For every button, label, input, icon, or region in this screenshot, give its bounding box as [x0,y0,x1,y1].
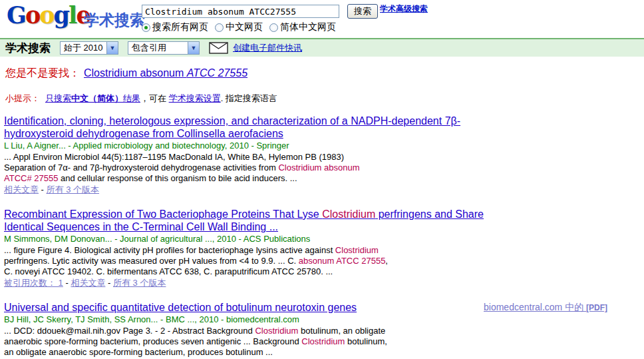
highlighted-term: Clostridium [322,208,375,220]
email-envelope-icon [209,42,228,54]
citation-filter-value: 包含引用 [128,42,170,54]
create-email-alert-link[interactable]: 创建电子邮件快讯 [233,42,302,54]
logo-letter: o [39,1,53,29]
text-segment: anaerobic spore-forming bacterium, produ… [4,336,301,346]
logo-letter: g [54,1,69,29]
citation-filter-dropdown[interactable]: 包含引用 ▼ [128,41,200,55]
result-authors: L Liu, A Aigner... - Applied microbiolog… [4,141,500,151]
logo-letter: o [25,1,39,29]
search-result: Recombinant Expression of Two Bacterioph… [4,208,500,288]
highlighted-term: Clostridium [255,326,298,336]
scholar-logo-text: 学术搜索 [84,10,145,31]
chevron-down-icon[interactable]: ▼ [188,42,199,54]
text-segment: hydroxysteroid dehydrogenase from Collin… [4,128,283,139]
tip-mid-text: ，可在 [140,93,169,103]
text-segment: ... DCD: ddouek@mail.nih.gov Page 3. - 2… [4,326,255,336]
result-snippet: ... DCD: ddouek@mail.nih.gov Page 3. - 2… [4,326,500,358]
suggestion-text: Clostridium absonum [84,67,187,79]
result-footer-link[interactable]: 相关文章 [4,184,39,194]
radio-chinese-pages[interactable]: 中文网页 [215,21,263,33]
tip-post-text: . 指定搜索语言 [221,93,277,103]
scholar-settings-link[interactable]: 学术搜索设置 [169,93,221,103]
pdf-badge: [PDF] [586,303,607,312]
text-segment: ... figure Figure 4. Biological activity… [4,245,335,255]
radio-icon[interactable] [269,23,278,32]
radio-simplified-chinese-pages[interactable]: 简体中文网页 [269,21,336,33]
highlighted-term: Clostridium absonum [278,163,359,173]
did-you-mean-label: 您是不是要找： [5,67,80,79]
text-segment: perfringens and Share [375,208,484,220]
search-input[interactable] [142,5,339,18]
search-scope-radios: 搜索所有网页 中文网页 简体中文网页 [142,21,343,33]
text-segment: an obligate anaerobic spore-forming bact… [4,347,273,357]
result-authors: BJ Hill, JC Skerry, TJ Smith, SS Arnon..… [4,314,500,325]
tip-label: 小提示： [5,93,40,103]
radio-all-pages[interactable]: 搜索所有网页 [142,21,208,33]
header: Google 学术搜索 搜索 学术高级搜索 搜索所有网页 中文网页 简体中文网页 [0,0,644,38]
radio-label: 搜索所有网页 [152,21,208,33]
text-segment: and cellular response of this organism t… [58,173,297,183]
result-pdf-sidelink[interactable]: biomedcentral.com 中的 [PDF] [484,302,607,314]
google-logo: Google [7,1,90,29]
result-snippet: ... figure Figure 4. Biological activity… [4,245,500,277]
did-you-mean: 您是不是要找：Clostridium absonum ATCC 27555 [5,67,644,81]
result-footer-link[interactable]: 所有 3 个版本 [113,278,166,288]
text-segment: Separation of 7α- and 7β-hydroxysteroid … [4,163,278,173]
results: Identification, cloning, heterologous ex… [4,115,500,359]
result-title-link[interactable]: Universal and specific quantitative dete… [4,301,357,314]
highlighted-term: Clostridium [335,245,379,255]
toolbar-title: 学术搜索 [5,41,51,56]
sidelink-text: biomedcentral.com 中的 [484,302,586,312]
radio-icon[interactable] [215,23,224,32]
logo-letter: l [69,1,76,29]
highlighted-term: absonum ATCC 27555 [299,256,386,266]
search-result: Identification, cloning, heterologous ex… [4,115,500,195]
radio-label: 中文网页 [226,21,263,33]
chinese-only-results-link[interactable]: 只搜索中文（简体）结果 [45,93,140,103]
text-segment: Identification, cloning, heterologous ex… [4,115,460,127]
tip-link-text-bold: 中文（简体） [71,93,123,103]
year-filter-dropdown[interactable]: 始于 2010 ▼ [60,41,118,55]
text-segment: ... Appl Environ Microbiol 44(5):1187–11… [4,152,344,162]
text-segment: C. noveyi ATCC 19402. C. bifermentans AT… [4,266,333,276]
search-result: Universal and specific quantitative dete… [4,301,500,359]
did-you-mean-suggestion-link[interactable]: Clostridium absonum ATCC 27555 [84,67,247,79]
result-snippet: ... Appl Environ Microbiol 44(5):1187–11… [4,152,500,184]
text-segment: perfringens. Lytic activity was measured… [4,256,299,266]
chevron-down-icon[interactable]: ▼ [106,42,118,54]
text-segment: Recombinant Expression of Two Bacterioph… [4,208,322,220]
result-title-link[interactable]: Recombinant Expression of Two Bacterioph… [4,208,484,233]
result-footer: 相关文章 - 所有 3 个版本 [4,184,500,195]
tip-link-text: 结果 [123,93,140,103]
result-footer: 被引用次数： 1 - 相关文章 - 所有 3 个版本 [4,278,500,288]
logo-letter: G [7,1,25,29]
main-content: 您是不是要找：Clostridium absonum ATCC 27555 小提… [0,57,644,359]
text-segment: Universal and specific quantitative dete… [4,302,357,313]
suggestion-text-italic: ATCC 27555 [187,67,247,79]
result-title-link[interactable]: Identification, cloning, heterologous ex… [4,115,460,140]
text-segment: botulinum, [345,336,387,346]
highlighted-term: ATCC# 27555 [4,173,58,183]
advanced-search-link[interactable]: 学术高级搜索 [380,3,428,15]
scholar-toolbar: 学术搜索 始于 2010 ▼ 包含引用 ▼ 创建电子邮件快讯 [0,38,644,57]
year-filter-value: 始于 2010 [61,42,106,54]
result-footer-link[interactable]: 所有 3 个版本 [47,184,99,194]
text-segment: botulinum, an obligate [298,326,385,336]
text-segment: Identical Sequences in the C-Terminal Ce… [4,221,278,232]
tip-line: 小提示：只搜索中文（简体）结果，可在 学术搜索设置. 指定搜索语言 [5,93,644,105]
result-footer-link[interactable]: 被引用次数： 1 [4,278,63,288]
text-segment: , [385,256,388,266]
search-button[interactable]: 搜索 [347,4,378,19]
radio-label: 简体中文网页 [280,21,336,33]
highlighted-term: Clostridium [301,336,345,346]
result-footer-link[interactable]: 相关文章 [71,278,105,288]
tip-link-text: 只搜索 [45,93,71,103]
result-authors: M Simmons, DM Donovan... - Journal of ag… [4,234,500,244]
radio-selected-icon[interactable] [142,23,150,32]
